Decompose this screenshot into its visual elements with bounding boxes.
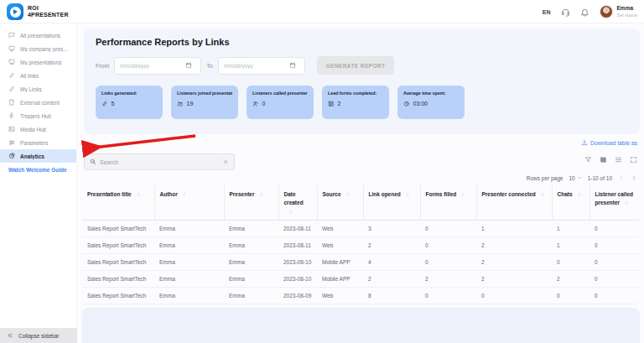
calendar-icon[interactable] [190, 62, 196, 69]
form-icon [328, 101, 335, 107]
table-cell: Web [317, 221, 363, 237]
column-header-forms-filled[interactable]: Forms filled [420, 185, 476, 221]
stat-label: Links generated: [101, 91, 157, 96]
brand-logo[interactable]: ROI 4PRESENTER [7, 3, 69, 20]
stat-card-listeners-joined-presentations: Listeners joined presentations:19 [171, 86, 238, 119]
table-cell: 2023-08-11 [278, 237, 317, 254]
table-cell: 2 [476, 271, 552, 288]
screen-icon [8, 59, 15, 65]
screen-icon [8, 45, 15, 52]
play-logo-icon [7, 3, 23, 20]
sidebar-item-my-presentations[interactable]: My presentations [0, 55, 76, 69]
download-table-link[interactable]: Download table as [581, 139, 637, 146]
table-row[interactable]: Sales Report SmartTechEmmaEmma2023-08-10… [82, 271, 639, 288]
stat-label: Listeners called presenter: [252, 91, 308, 96]
notifications-bell-icon[interactable] [580, 8, 589, 17]
sidebar-item-label: All links [20, 73, 39, 79]
sidebar-item-all-links[interactable]: All links [0, 69, 76, 82]
table-cell: 0 [420, 254, 476, 271]
user-menu[interactable]: Emma Set status [600, 5, 637, 18]
search-input[interactable] [100, 159, 222, 165]
language-selector[interactable]: EN [543, 9, 551, 15]
clear-search-icon[interactable] [222, 159, 229, 165]
stat-card-links-generated: Links generated:5 [96, 86, 163, 119]
column-header-author[interactable]: Author [154, 185, 224, 221]
table-cell: 1 [552, 237, 589, 254]
column-header-presenter-connected[interactable]: Presenter connected [476, 185, 552, 221]
sidebar-menu: All presentationsMy company pres...My pr… [0, 23, 76, 163]
next-page-button[interactable] [631, 174, 637, 181]
table-cell: 0 [589, 221, 639, 237]
table-cell: 2 [420, 271, 476, 288]
column-header-listener-called-presenter[interactable]: Listener called presenter [589, 185, 639, 221]
table-cell: 0 [420, 237, 476, 254]
column-header-chats[interactable]: Chats [552, 185, 589, 221]
sidebar-item-media-hub[interactable]: Media Hub [0, 122, 76, 136]
fullscreen-icon[interactable] [630, 156, 637, 164]
rows-per-page-select[interactable]: 10 [569, 175, 581, 181]
sidebar-item-all-presentations[interactable]: All presentations [0, 29, 76, 42]
stat-value: 0 [262, 101, 266, 107]
list-view-icon[interactable] [615, 156, 622, 164]
sidebar-item-label: Media Hub [20, 127, 46, 133]
sidebar-item-label: Analytics [20, 153, 44, 159]
to-date-field[interactable] [219, 63, 289, 69]
sort-icon [182, 192, 187, 197]
pie-icon [8, 153, 15, 159]
table-row[interactable]: Sales Report SmartTechEmmaEmma2023-08-10… [82, 254, 639, 271]
search-icon [90, 159, 96, 165]
sidebar-item-parameters[interactable]: Parameters [0, 136, 76, 149]
table-cell: 3 [363, 221, 420, 237]
sidebar-item-external-content[interactable]: External content [0, 96, 76, 109]
column-header-presenter[interactable]: Presenter [224, 185, 278, 221]
prev-page-button[interactable] [618, 174, 625, 181]
people-icon [177, 101, 184, 107]
brand-line1: ROI [28, 5, 69, 12]
table-cell: 0 [420, 221, 476, 237]
stat-label: Average time spent: [403, 91, 459, 96]
table-row[interactable]: Sales Report SmartTechEmmaEmma2023-08-11… [82, 221, 639, 237]
table-cell: 2 [476, 237, 552, 254]
generate-report-button[interactable]: GENERATE REPORT [317, 56, 395, 75]
table-row[interactable]: Sales Report SmartTechEmmaEmma2023-08-11… [82, 237, 639, 254]
grid-view-icon[interactable] [600, 156, 607, 164]
report-panel: Performance Reports by Links From To GEN… [84, 29, 640, 134]
column-header-source[interactable]: Source [317, 185, 363, 221]
to-date-input[interactable] [218, 57, 305, 75]
sidebar-item-label: External content [20, 100, 60, 106]
table-cell: 2 [363, 237, 420, 254]
watch-welcome-guide-link[interactable]: Watch Welcome Guide [0, 163, 76, 173]
bottom-panel [82, 308, 640, 343]
column-header-link-opened[interactable]: Link opened [363, 185, 420, 221]
stat-value: 03:00 [413, 101, 428, 107]
calendar-icon[interactable] [293, 62, 300, 69]
column-header-presentation-title[interactable]: Presentation title [82, 185, 154, 221]
table-row[interactable]: Sales Report SmartTechEmmaEmma2023-08-09… [82, 288, 639, 304]
sliders-icon [8, 139, 15, 146]
table-cell: 1 [476, 221, 552, 237]
search-bar[interactable] [84, 153, 235, 170]
document-icon [8, 99, 15, 106]
sidebar-item-my-links[interactable]: My Links [0, 82, 76, 96]
sidebar-item-label: My presentations [20, 60, 62, 65]
support-headset-icon[interactable] [561, 8, 570, 17]
from-label: From [96, 63, 109, 69]
stat-label: Listeners joined presentations: [177, 91, 232, 96]
sidebar-item-label: All presentations [20, 33, 60, 39]
table-cell: 4 [363, 254, 420, 271]
table-cell: Web [317, 288, 363, 304]
brand-line2: 4PRESENTER [28, 12, 69, 18]
sidebar-item-triggers-hub[interactable]: Triggers Hub [0, 109, 76, 122]
sidebar-item-analytics[interactable]: Analytics [0, 149, 76, 163]
sidebar-item-my-company-pres[interactable]: My company pres... [0, 42, 76, 55]
filter-funnel-icon[interactable] [584, 156, 592, 164]
from-date-field[interactable] [115, 63, 185, 69]
from-date-input[interactable] [114, 57, 201, 75]
table-cell: Emma [224, 237, 278, 254]
table-cell: 0 [420, 288, 476, 304]
set-status-link[interactable]: Set status [617, 13, 637, 18]
column-header-date-created[interactable]: Date created [278, 185, 317, 221]
table-cell: 2023-08-11 [278, 221, 317, 237]
collapse-sidebar-button[interactable]: Collapse sidebar [0, 328, 77, 343]
page-title: Performance Reports by Links [96, 37, 628, 47]
